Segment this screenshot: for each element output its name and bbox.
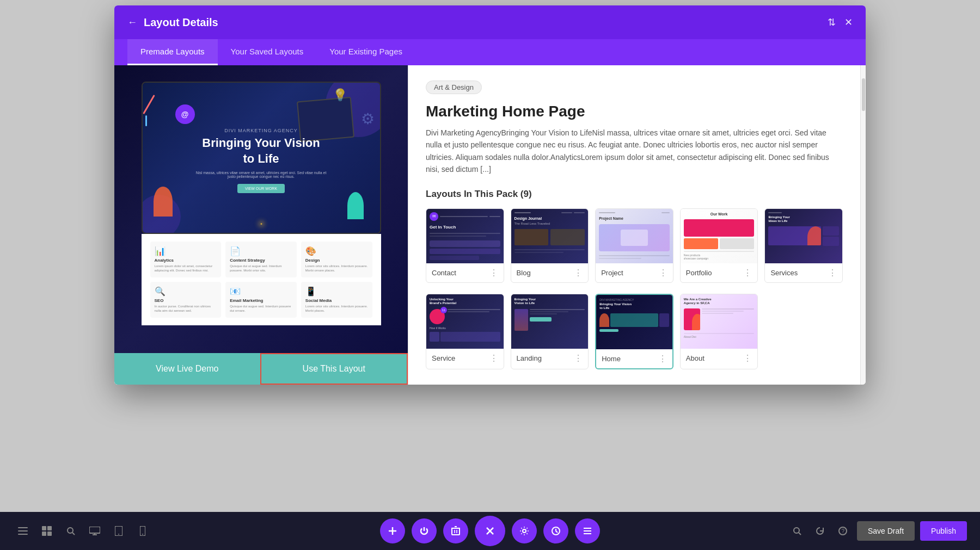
power-button[interactable] [412, 518, 437, 543]
bottom-content-area: 📊 Analytics Lorem ipsum dolor sit amet, … [142, 234, 381, 325]
hamburger-icon[interactable] [13, 521, 33, 541]
seo-icon: 🔍 [155, 286, 217, 296]
svg-rect-9 [89, 527, 100, 533]
save-draft-button[interactable]: Save Draft [857, 521, 915, 541]
svg-point-13 [118, 534, 119, 535]
history-button[interactable] [543, 518, 568, 543]
mobile-icon[interactable] [133, 521, 152, 541]
layout-card-project[interactable]: Project Name Project ⋮ [595, 208, 673, 283]
modal-header: ← Layout Details ⇅ ✕ [114, 5, 866, 39]
project-preview: Project Name [596, 209, 673, 263]
preview-image: ⚙ 💡 @ DIVI MARKETING AGENCY Bringing You… [114, 65, 408, 353]
mini-card-seo: 🔍 SEO In auctor purse. Condiferat non ul… [150, 282, 222, 318]
contact-preview: ✉ Get In Touch [426, 209, 504, 263]
email-icon: 📧 [230, 286, 292, 296]
search-right-icon[interactable] [788, 522, 806, 540]
svg-line-31 [799, 533, 801, 535]
layout-card-services[interactable]: Bringing YourIdeas to Life [764, 208, 843, 283]
settings-button[interactable] [512, 518, 537, 543]
tab-saved[interactable]: Your Saved Layouts [218, 39, 317, 65]
about-preview: We Are a CreativeAgency in SF,CA [681, 294, 758, 349]
landing-name: Landing [517, 354, 542, 362]
bottom-toolbar: ? Save Draft Publish [0, 512, 980, 550]
help-icon[interactable]: ? [834, 522, 852, 540]
view-live-demo-button[interactable]: View Live Demo [114, 353, 260, 385]
empty-slot [764, 294, 843, 369]
blog-footer: Blog ⋮ [511, 263, 589, 282]
project-footer: Project ⋮ [596, 263, 673, 282]
email-text: Quisque dui augue sed. Interdum posuere … [230, 304, 292, 313]
close-center-button[interactable] [475, 516, 505, 546]
search-icon[interactable] [61, 521, 81, 541]
laptop-title: Bringing Your Visionto Life [196, 135, 327, 166]
agency-label: DIVI MARKETING AGENCY [196, 128, 327, 133]
svg-point-7 [68, 528, 73, 533]
services-menu-icon[interactable]: ⋮ [828, 268, 837, 278]
back-icon[interactable]: ← [127, 17, 137, 28]
portfolio-name: Portfolio [686, 269, 712, 277]
desktop-icon[interactable] [85, 521, 105, 541]
trash-button[interactable] [443, 518, 468, 543]
svg-text:?: ? [841, 528, 844, 534]
laptop-subtitle: Nisl massa, ultrices vitae ornare sit am… [196, 171, 327, 178]
adjust-icon[interactable]: ⇅ [828, 16, 836, 28]
layout-card-service2[interactable]: Unlocking YourBrand's Potential 11 [426, 294, 504, 369]
layout-title: Marketing Home Page [426, 103, 843, 120]
mini-cards-grid: 📊 Analytics Lorem ipsum dolor sit amet, … [150, 242, 372, 318]
contact-name: Contact [432, 269, 456, 277]
refresh-icon[interactable] [811, 522, 829, 540]
layout-card-portfolio[interactable]: Our Work New products showcase campaign [680, 208, 758, 283]
landing-preview: Bringing YourVision to Life [511, 294, 589, 349]
tablet-icon[interactable] [109, 521, 128, 541]
service2-menu-icon[interactable]: ⋮ [489, 353, 498, 363]
add-button[interactable] [380, 518, 405, 543]
mini-card-email: 📧 Email Marketing Quisque dui augue sed.… [225, 282, 297, 318]
layout-card-landing[interactable]: Bringing YourVision to Life [511, 294, 589, 369]
blog-menu-icon[interactable]: ⋮ [574, 268, 583, 278]
mini-card-content: 📄 Content Strategy Quisque dui ut augue … [225, 242, 297, 277]
modal-scrollbar[interactable] [860, 65, 866, 385]
modal-scrollbar-thumb [862, 78, 865, 111]
grid-icon[interactable] [37, 521, 57, 541]
preview-mockup: ⚙ 💡 @ DIVI MARKETING AGENCY Bringing You… [114, 65, 408, 353]
layout-card-about[interactable]: We Are a CreativeAgency in SF,CA [680, 294, 758, 369]
publish-button[interactable]: Publish [920, 521, 967, 541]
close-icon[interactable]: ✕ [844, 16, 853, 28]
use-this-layout-button[interactable]: Use This Layout [260, 353, 408, 385]
svg-rect-1 [18, 530, 28, 532]
modal: ← Layout Details ⇅ ✕ Premade Layouts You… [114, 5, 866, 385]
layout-card-home[interactable]: Divi Marketing Agency Bringing Your Visi… [595, 294, 673, 369]
service2-preview: Unlocking YourBrand's Potential 11 [426, 294, 504, 349]
layout-card-blog[interactable]: Design Journal The Road Less Traveled [511, 208, 589, 283]
laptop-screen: ⚙ 💡 @ DIVI MARKETING AGENCY Bringing You… [143, 83, 380, 233]
svg-rect-5 [42, 532, 46, 536]
analytics-icon: 📊 [155, 246, 217, 256]
home-menu-icon[interactable]: ⋮ [658, 354, 667, 364]
email-title: Email Marketing [230, 298, 292, 303]
contact-menu-icon[interactable]: ⋮ [489, 268, 498, 278]
about-menu-icon[interactable]: ⋮ [743, 353, 752, 363]
svg-rect-2 [18, 534, 28, 535]
mini-card-analytics: 📊 Analytics Lorem ipsum dolor sit amet, … [150, 242, 222, 277]
portfolio-menu-icon[interactable]: ⋮ [743, 268, 752, 278]
design-text: Lorem ortor sits ultrices. Interdum posu… [305, 264, 368, 273]
category-badge: Art & Design [426, 81, 482, 94]
svg-line-8 [72, 533, 75, 535]
toolbar-center [380, 516, 600, 546]
analytics-text: Lorem ipsum dolor sit amet, consectetur … [155, 264, 217, 273]
layout-card-contact[interactable]: ✉ Get In Touch [426, 208, 504, 283]
tab-premade[interactable]: Premade Layouts [127, 39, 218, 65]
svg-rect-3 [42, 526, 46, 530]
social-icon: 📱 [305, 286, 368, 296]
services-preview: Bringing YourIdeas to Life [765, 209, 842, 263]
preview-panel: ⚙ 💡 @ DIVI MARKETING AGENCY Bringing You… [114, 65, 408, 385]
social-text: Lorem ortor sits ultrices. Interdum posu… [305, 304, 368, 313]
project-menu-icon[interactable]: ⋮ [659, 268, 667, 278]
landing-menu-icon[interactable]: ⋮ [574, 353, 583, 363]
tab-existing[interactable]: Your Existing Pages [316, 39, 415, 65]
view-our-work-button[interactable]: VIEW OUR WORK [237, 184, 285, 193]
layouts-row2: Unlocking YourBrand's Potential 11 [426, 294, 843, 369]
portfolio-footer: Portfolio ⋮ [681, 263, 758, 282]
layers-button[interactable] [575, 518, 600, 543]
portfolio-preview: Our Work New products showcase campaign [681, 209, 758, 263]
